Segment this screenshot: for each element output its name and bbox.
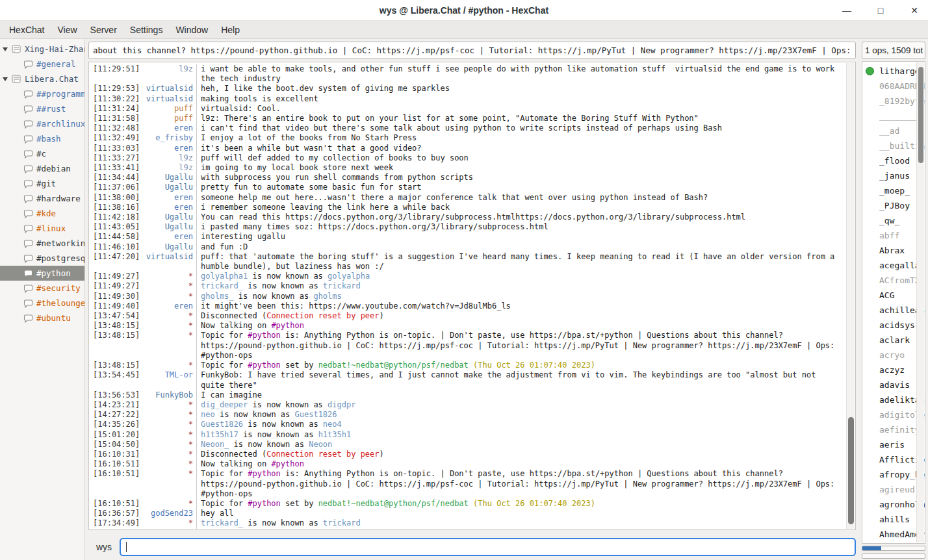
nick: Ugallu: [142, 242, 197, 252]
message-segment-ref: neo: [201, 410, 215, 419]
sidebar-item-hardware[interactable]: #hardware: [0, 191, 84, 206]
userlist-item[interactable]: _moep_: [862, 183, 925, 198]
minimize-button[interactable]: —: [838, 2, 855, 19]
sidebar-item-git[interactable]: #git: [0, 176, 84, 191]
message-input[interactable]: [120, 538, 856, 556]
userlist-item[interactable]: _PJBoy: [862, 198, 925, 213]
message-text: golyalpha1 is now known as golyalpha: [197, 272, 855, 281]
sidebar-item-general[interactable]: #general: [0, 57, 84, 71]
chat-line: [11:33:03]erenit's been a while but wasn…: [93, 144, 855, 153]
topic-bar[interactable]: about this channel? https://pound-python…: [88, 42, 856, 59]
userlist-item[interactable]: adeliktas: [862, 392, 925, 407]
message-segment-n: is: Anything Python is on-topic. | Don't…: [201, 469, 840, 498]
message-text: interesting ugallu: [197, 232, 855, 242]
message-segment-n: virtualsid: Cool.: [201, 104, 281, 113]
chat-scrollbar-thumb[interactable]: [848, 417, 854, 524]
userlist-item[interactable]: __ad: [862, 123, 925, 138]
sidebar-item-linux[interactable]: #linux: [0, 221, 84, 236]
menu-help[interactable]: Help: [214, 22, 246, 38]
message-segment-chan: #python: [248, 361, 281, 370]
user-nick: __ad: [879, 126, 899, 136]
userlist-item[interactable]: agireud: [862, 482, 925, 497]
userlist-item[interactable]: acidsys: [862, 318, 925, 333]
userlist-item[interactable]: litharge: [862, 64, 925, 79]
timestamp: [11:49:27]: [93, 281, 142, 291]
chat-line: [13:47:54]*Disconnected (Connection rese…: [93, 311, 855, 321]
userlist-item[interactable]: adigitole: [862, 407, 925, 422]
tree-label: #hardware: [36, 194, 81, 203]
server-item-libera.chat[interactable]: Libera.Chat: [0, 71, 84, 86]
userlist-item[interactable]: achilleas: [862, 303, 925, 318]
sidebar-item-archlinux[interactable]: #archlinux: [0, 116, 84, 131]
message-segment-n: and fun :D: [201, 242, 248, 251]
userlist-item[interactable]: ACfromTX: [862, 273, 925, 288]
userlist-item[interactable]: Afflictio: [862, 452, 925, 467]
chat-bubble-icon: [23, 164, 33, 173]
userlist-item[interactable]: aefinity: [862, 422, 925, 437]
userlist-item[interactable]: adavis: [862, 377, 925, 392]
userlist-item[interactable]: _qw_: [862, 213, 925, 228]
userlist-item[interactable]: abff: [862, 228, 925, 243]
sidebar-item-kde[interactable]: #kde: [0, 206, 84, 221]
sidebar-item-rust[interactable]: ##rust: [0, 101, 84, 116]
userlist-item[interactable]: acegalla-: [862, 258, 925, 273]
menubar: HexChatViewServerSettingsWindowHelp: [0, 21, 928, 39]
userlist-item[interactable]: AhmedAmer: [862, 527, 925, 542]
userlist-item[interactable]: Abrax: [862, 243, 925, 258]
menu-hexchat[interactable]: HexChat: [3, 22, 51, 38]
userlist-item[interactable]: _8192byte: [862, 94, 925, 108]
sidebar-item-programming[interactable]: ##programming: [0, 86, 84, 101]
chat-bubble-icon: [23, 105, 33, 114]
userlist-item[interactable]: __builtin: [862, 138, 925, 153]
userlist-item[interactable]: ACG: [862, 288, 925, 303]
userlist-item[interactable]: _janus: [862, 168, 925, 183]
sidebar-item-thelounge[interactable]: #thelounge: [0, 296, 84, 311]
sidebar-item-ubuntu[interactable]: #ubuntu: [0, 311, 84, 325]
window-controls: —□✕: [838, 0, 923, 21]
chat-bubble-icon: [23, 149, 33, 159]
chat-line: [13:48:15]*Topic for #python set by nedb…: [93, 361, 855, 370]
userlist-item[interactable]: acryo: [862, 348, 925, 363]
menu-settings[interactable]: Settings: [123, 22, 170, 38]
userlist-scrollbar[interactable]: [916, 62, 924, 542]
event-star: *: [142, 400, 197, 410]
userlist-item[interactable]: agronholm: [862, 497, 925, 512]
own-nick-button[interactable]: wys: [88, 542, 120, 552]
server-icon: [12, 45, 21, 53]
server-item-xing-hai-zhan[interactable]: Xing-Hai-Zhan: [0, 42, 84, 57]
sidebar-item-bash[interactable]: #bash: [0, 131, 84, 146]
userlist-item[interactable]: _flood: [862, 153, 925, 168]
sidebar-item-python[interactable]: #python: [0, 266, 84, 281]
userlist-item[interactable]: ________: [862, 108, 925, 123]
chat-line: [16:10:51]*Topic for #python is: Anythin…: [93, 469, 855, 499]
nick: TML-or: [142, 370, 197, 390]
tree-label: ##programming: [36, 89, 84, 99]
expander-icon[interactable]: [3, 77, 8, 81]
userlist-item[interactable]: 068AADRKN: [862, 79, 925, 94]
menu-window[interactable]: Window: [169, 22, 214, 38]
sidebar-item-networking[interactable]: #networking: [0, 236, 84, 251]
userlist-item[interactable]: aclark: [862, 333, 925, 348]
chat-bubble-icon: [23, 314, 33, 323]
userlist-item[interactable]: aeris: [862, 437, 925, 452]
chat-scrollbar[interactable]: [846, 63, 855, 529]
userlist-header: 1 ops, 1509 tot: [862, 42, 925, 59]
timestamp: [13:48:15]: [93, 321, 142, 331]
maximize-button[interactable]: □: [872, 2, 889, 19]
timestamp: [11:49:30]: [93, 292, 142, 301]
sidebar-item-c[interactable]: #c: [0, 146, 84, 161]
tree-label: #git: [36, 179, 56, 188]
tree-label: #debian: [36, 164, 71, 173]
sidebar-item-debian[interactable]: #debian: [0, 161, 84, 176]
close-button[interactable]: ✕: [906, 2, 923, 19]
userlist-item[interactable]: aczyz: [862, 363, 925, 377]
userlist-item[interactable]: afropy_ke: [862, 467, 925, 482]
userlist-item[interactable]: ahills: [862, 512, 925, 527]
sidebar-item-postgresql[interactable]: #postgresql: [0, 251, 84, 266]
sidebar-item-security[interactable]: #security: [0, 281, 84, 296]
menu-view[interactable]: View: [51, 22, 83, 38]
menu-server[interactable]: Server: [84, 22, 123, 38]
chat-line: [11:33:27]l9zpuff will def added to my c…: [93, 153, 855, 163]
expander-icon[interactable]: [3, 47, 8, 51]
userlist-scrollbar-thumb[interactable]: [918, 67, 923, 163]
